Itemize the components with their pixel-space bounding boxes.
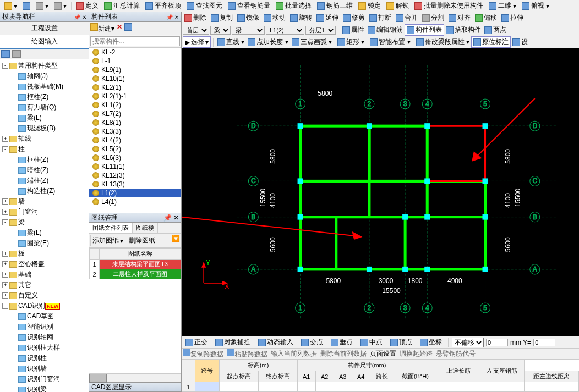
tb-拉伸[interactable]: 拉伸: [500, 13, 525, 23]
list-item[interactable]: L-1: [89, 57, 181, 65]
list-item[interactable]: KL-2: [89, 48, 181, 57]
draw-直线[interactable]: 直线 ▾: [216, 37, 246, 47]
offset-select[interactable]: 不偏移: [452, 338, 484, 347]
list-item[interactable]: KL6(3): [89, 153, 181, 162]
close-icon[interactable]: ✕: [82, 14, 86, 20]
tb-镜像[interactable]: 镜像: [236, 13, 261, 23]
ctx-编辑钢筋[interactable]: 编辑钢筋: [366, 25, 405, 35]
more-icon[interactable]: 🔽: [172, 235, 180, 246]
drawing-canvas[interactable]: 1 2 3 4 5 1 2 3 4 5 D C B A D C B: [182, 48, 579, 336]
tb-undo[interactable]: ▾: [34, 2, 51, 10]
draw-原位标注[interactable]: 原位标注: [471, 36, 511, 48]
pin-icon[interactable]: 📌: [166, 14, 173, 20]
tree-node[interactable]: +墙: [0, 196, 89, 207]
tb-复制[interactable]: 复制: [209, 13, 234, 23]
tree-node[interactable]: 暗柱(Z): [0, 165, 89, 175]
tree-node[interactable]: 轴网(J): [0, 71, 89, 81]
status-坐标[interactable]: 坐标: [417, 336, 445, 348]
list-item[interactable]: KL2(1): [89, 83, 181, 92]
ctx-属性[interactable]: 属性: [341, 25, 366, 35]
list-item[interactable]: KL5(2): [89, 145, 181, 153]
tb-rebar-qty[interactable]: 查看钢筋量: [226, 1, 272, 11]
tb-延伸[interactable]: 延伸: [315, 13, 340, 23]
close-icon[interactable]: ✕: [174, 14, 179, 20]
tb-移动[interactable]: 移动: [262, 13, 287, 23]
table-row[interactable]: 2二层柱大样及平面图: [90, 269, 181, 279]
tab-drawing-floor[interactable]: 图纸楼: [133, 223, 158, 233]
tree-node[interactable]: 圈梁(E): [0, 238, 89, 249]
tree-node[interactable]: 识别柱大样: [0, 343, 89, 353]
select-button[interactable]: ▶ 选择 ▾: [183, 36, 211, 48]
list-item[interactable]: L1(2): [89, 189, 181, 197]
tree-node[interactable]: 识别轴网: [0, 332, 89, 343]
component-list[interactable]: KL-2L-1KL9(1)KL10(1)KL2(1)KL2(1)-1KL1(2)…: [89, 48, 181, 213]
pin-icon[interactable]: 📌: [74, 14, 80, 20]
tb-find[interactable]: 查找图元: [184, 1, 225, 11]
status-正交[interactable]: 正交: [183, 336, 210, 348]
tree-node[interactable]: +空心楼盖: [0, 259, 89, 269]
span-grid[interactable]: 跨号 标高(m) 构件尺寸(mm) 上通长筋 左支座钢筋 起点标高 终点标高 A…: [182, 360, 579, 392]
tb-偏移[interactable]: 偏移: [473, 13, 499, 23]
tab-project-settings[interactable]: 工程设置: [0, 22, 89, 35]
datatab-2[interactable]: 输入当前列数据: [271, 349, 317, 358]
datatab-5[interactable]: 调换起始跨: [400, 349, 433, 358]
tree-node[interactable]: 构造柱(Z): [0, 186, 89, 196]
tree-node[interactable]: -梁: [0, 217, 89, 228]
status-对象捕捉[interactable]: 对象捕捉: [212, 336, 253, 348]
tree-node[interactable]: -常用构件类型: [0, 60, 89, 71]
list-item[interactable]: KL3(3): [89, 127, 181, 136]
tb-batch-select[interactable]: 批量选择: [274, 1, 314, 11]
tb-lock[interactable]: 锁定: [356, 1, 383, 11]
datatab-6[interactable]: 悬臂钢筋代号: [436, 349, 476, 358]
tab-drawing-files[interactable]: 图纸文件列表: [89, 223, 133, 233]
new-component-button[interactable]: 新建▾: [90, 23, 114, 34]
tb-打断[interactable]: 打断: [368, 13, 393, 23]
tb-合并[interactable]: 合并: [394, 13, 419, 23]
tree-node[interactable]: 筏板基础(M): [0, 81, 89, 92]
type-select[interactable]: 梁: [210, 26, 231, 35]
draw-矩形[interactable]: 矩形 ▾: [336, 37, 366, 47]
draw-三点画弧[interactable]: 三点画弧 ▾: [290, 37, 334, 47]
search-input[interactable]: [90, 36, 180, 46]
tb-对齐[interactable]: 对齐: [447, 13, 472, 23]
tree-node[interactable]: 识别墙: [0, 363, 89, 374]
list-item[interactable]: KL8(1): [89, 118, 181, 127]
scrollbar-h[interactable]: [89, 373, 181, 382]
tree-node[interactable]: 智能识别: [0, 322, 89, 332]
tb-删除[interactable]: 删除: [183, 13, 208, 23]
tree-node[interactable]: 端柱(Z): [0, 175, 89, 186]
tree-collapse-icon[interactable]: [12, 50, 21, 58]
subtype-select[interactable]: 梁: [232, 26, 265, 35]
tb-save[interactable]: [20, 2, 32, 10]
ctx-构件列表[interactable]: 构件列表: [405, 24, 444, 36]
close-icon[interactable]: ✕: [173, 214, 179, 222]
datatab-3[interactable]: 删除当前列数据: [320, 349, 367, 358]
tree-node[interactable]: +基础: [0, 269, 89, 280]
tree-node[interactable]: +自定义: [0, 290, 89, 301]
status-顶点[interactable]: 顶点: [387, 336, 415, 348]
datatab-1[interactable]: 粘贴跨数据: [227, 349, 267, 359]
tree-node[interactable]: 梁(L): [0, 228, 89, 238]
tree-node[interactable]: +其它: [0, 280, 89, 290]
tb-batch-del[interactable]: 批量删除未使用构件: [412, 1, 485, 11]
tree-node[interactable]: +轴线: [0, 134, 89, 144]
list-item[interactable]: KL1(2): [89, 101, 181, 109]
ctx-两点[interactable]: 两点: [483, 25, 508, 35]
status-交点[interactable]: 交点: [298, 336, 326, 348]
floor-select[interactable]: 首层: [183, 26, 209, 35]
del-drawing-button[interactable]: 删除图纸: [127, 235, 157, 246]
status-中点[interactable]: 中点: [358, 336, 385, 348]
layer-select[interactable]: 分层1: [305, 26, 336, 35]
tree-node[interactable]: 识别梁: [0, 384, 89, 392]
tb-align-top[interactable]: 平齐板顶: [143, 1, 183, 11]
tree-node[interactable]: 框柱(Z): [0, 154, 89, 165]
tb-redo[interactable]: ▾: [52, 2, 69, 10]
tb-unlock[interactable]: 解锁: [384, 1, 411, 11]
tree-node[interactable]: CAD草图: [0, 311, 89, 322]
tree-node[interactable]: 框柱(Z): [0, 92, 89, 102]
list-item[interactable]: KL4(2): [89, 136, 181, 145]
pin-icon[interactable]: 📌: [163, 214, 172, 222]
x-input[interactable]: [486, 339, 508, 346]
tb-旋转[interactable]: 旋转: [288, 13, 314, 23]
ctx-拾取构件[interactable]: 拾取构件: [444, 25, 483, 35]
